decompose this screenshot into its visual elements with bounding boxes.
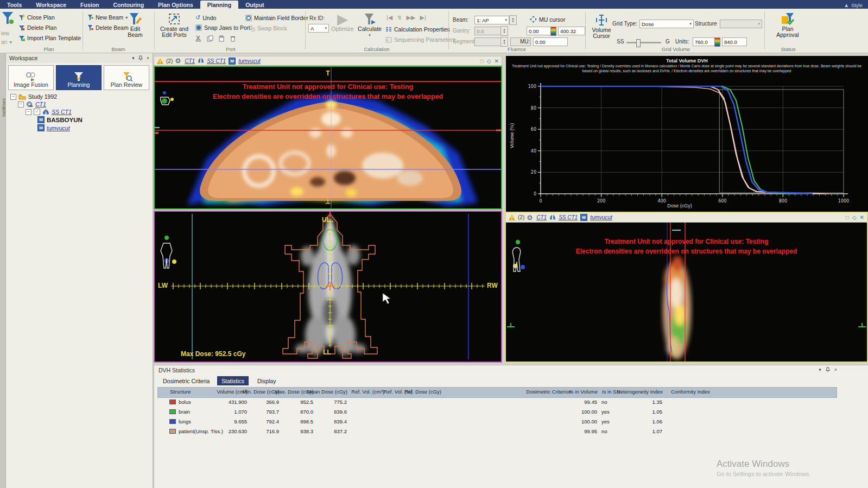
first-beam-icon[interactable]: |◀ (387, 14, 392, 21)
mu-cursor-high-input[interactable]: 400.32 (558, 27, 585, 35)
stats-column-header[interactable]: Heterogeneity Index (613, 389, 663, 395)
panel-menu-icon[interactable]: ▾ (819, 367, 821, 372)
port-group-label: Port (157, 46, 304, 52)
ct1-link[interactable]: CT1 (536, 214, 547, 220)
tab-image-fusion[interactable]: Image Fusion (8, 65, 54, 90)
menu-plan-options[interactable]: Plan Options (151, 1, 200, 9)
tree-item-basboyun[interactable]: M BASBOYUN (37, 116, 83, 123)
restore-window-icon[interactable]: □ (846, 214, 849, 220)
snap-jaws-button[interactable]: Snap Jaws to Port (195, 24, 250, 31)
tab-plan-review[interactable]: Plan Review (104, 65, 149, 90)
tab-planning[interactable]: Planning (56, 65, 102, 90)
sequencing-parameters-button[interactable]: Sequencing Parameters (385, 36, 455, 43)
paste-icon[interactable] (218, 35, 225, 42)
tumvucut-link[interactable]: tumvucut (238, 58, 261, 64)
new-beam-button[interactable]: New Beam ▾ (87, 14, 128, 21)
gantry-input[interactable]: 0.0 (474, 27, 503, 35)
menu-planning[interactable]: Planning (200, 1, 238, 9)
collapse-icon[interactable]: − (10, 94, 16, 100)
ss-g-slider-track[interactable] (626, 42, 661, 43)
tab-display[interactable]: Display (253, 376, 280, 385)
maximize-icon[interactable]: ✕ (495, 58, 499, 64)
axial-viewport[interactable]: T ⊥ Treatment Unit not approved for Clin… (154, 66, 502, 210)
copy-icon[interactable] (207, 35, 213, 42)
optimize-button[interactable]: ▶ Optimize (330, 12, 355, 32)
cut-off-plan-icon[interactable] (1, 11, 14, 27)
tree-item-ss-ct[interactable]: − ✓ SS CT1 (26, 109, 72, 115)
tree-item-ct[interactable]: − CT1 (18, 101, 46, 107)
coronal-orientation-right: RW (487, 282, 498, 289)
coronal-viewport[interactable]: UL LL LW RW Max Dose: 952.5 cGy (154, 211, 502, 363)
workspace-menu-icon[interactable]: ▾ (132, 55, 135, 61)
layout-icon[interactable]: ◇ (487, 58, 491, 64)
pin-icon[interactable] (826, 367, 830, 372)
menu-contouring[interactable]: Contouring (106, 1, 151, 9)
panel-close-icon[interactable]: × (834, 367, 837, 372)
menu-workspace[interactable]: Workspace (29, 1, 73, 9)
ct1-link[interactable]: CT1 (185, 58, 195, 64)
import-plan-template-button[interactable]: Import Plan Template (18, 35, 81, 41)
collapse-icon[interactable]: − (26, 109, 31, 115)
tab-statistics[interactable]: Statistics (217, 376, 249, 385)
edit-beam-button[interactable]: EditBeam (124, 12, 147, 38)
ribbon-collapse-button[interactable]: ▲ Style (838, 1, 868, 9)
plan-approval-button[interactable]: PlanApproval (773, 12, 802, 38)
mu-cursor-toggle[interactable]: MU cursor (530, 16, 565, 23)
mu-input[interactable]: 0.00 (533, 37, 568, 46)
structure-select[interactable]: ▾ (720, 20, 762, 28)
workspace-close-icon[interactable]: × (147, 55, 149, 61)
menu-output[interactable]: Output (238, 1, 271, 9)
collapse-icon[interactable]: − (18, 102, 24, 107)
units-high-input[interactable]: 840.0 (722, 37, 747, 46)
ss-ct1-link[interactable]: SS CT1 (207, 58, 226, 64)
table-row[interactable]: bolus431.900366.9952.5775.299.45no1.35 (157, 398, 836, 408)
swap-block-button[interactable]: Swap Block (249, 25, 287, 31)
beam-select[interactable]: 1: AP▾ (474, 16, 509, 24)
reset-sequence-icon[interactable]: ↯ (397, 14, 402, 21)
units-low-input[interactable]: 760.0 (693, 37, 717, 46)
rx-id-select[interactable]: A▾ (308, 24, 329, 33)
layout-icon[interactable]: ◇ (852, 214, 857, 220)
undo-button[interactable]: ↺Undo (195, 14, 216, 21)
cut-icon[interactable] (195, 35, 202, 42)
stats-column-header[interactable]: Ref. Dose (cGy) (401, 389, 441, 395)
table-cell: 716.9 (241, 428, 279, 434)
delete-port-icon[interactable] (230, 35, 236, 42)
grid-type-select[interactable]: Dose▾ (639, 20, 694, 28)
gantry-stepper[interactable]: ▲▼ (500, 26, 508, 36)
ss-ct-checkbox[interactable]: ✓ (34, 109, 40, 115)
beam-stepper[interactable]: ▲▼ (509, 15, 517, 25)
table-row[interactable]: lungs9.655792.4898.5839.4100.00yes1.06 (157, 417, 836, 427)
mu-cursor-low-input[interactable]: 0.00 (527, 27, 553, 35)
last-beam-icon[interactable]: ▶| (420, 14, 426, 21)
maximize-icon[interactable]: ✕ (860, 214, 864, 220)
segment-stepper[interactable]: ▲▼ (500, 37, 508, 47)
tumvucut-link[interactable]: tumvucut (590, 214, 612, 220)
m-plan-icon: M (580, 214, 587, 221)
stats-column-header[interactable]: % in Volume (561, 389, 598, 395)
maintain-field-border-button[interactable]: Maintain Field Border (245, 15, 308, 21)
create-edit-ports-button[interactable]: Create andEdit Ports (159, 12, 190, 38)
tree-item-tumvucut[interactable]: M tumvucut (37, 124, 70, 131)
volume-cursor-button[interactable]: VolumeCursor (590, 13, 613, 39)
calculation-properties-button[interactable]: Calculation Properties (385, 26, 450, 33)
table-row[interactable]: patient(Unsp. Tiss.)230.630716.9938.3837… (157, 427, 836, 437)
delete-beam-button[interactable]: Delete Beam (87, 24, 129, 31)
menu-fusion[interactable]: Fusion (73, 1, 106, 9)
stats-column-header[interactable]: Mean Dose (cGy) (309, 389, 347, 395)
close-plan-button[interactable]: Close Plan (18, 14, 55, 21)
table-row[interactable]: brain1.070793.7870.0839.6100.00yes1.05 (157, 408, 836, 417)
stats-column-header[interactable]: Conformity Index (671, 389, 731, 395)
menu-tools[interactable]: Tools (0, 1, 29, 9)
calculate-button[interactable]: Calculate▾ (356, 12, 383, 38)
pin-icon[interactable] (138, 55, 143, 61)
stats-column-header[interactable]: Min. Dose (cGy) (242, 389, 280, 395)
ss-ct1-link[interactable]: SS CT1 (559, 214, 578, 220)
segment-input[interactable] (474, 37, 503, 46)
tab-dosimetric-criteria[interactable]: Dosimetric Criteria (159, 376, 214, 385)
tree-item-study[interactable]: − Study 1992 (10, 93, 57, 100)
restore-window-icon[interactable]: □ (480, 58, 484, 64)
fast-forward-icon[interactable]: ▶▶ (407, 14, 416, 21)
sagittal-viewport[interactable]: (2) CT1 SS CT1 M tumvucut □ ◇ ✕ (505, 212, 868, 363)
delete-plan-button[interactable]: Delete Plan (18, 24, 56, 31)
